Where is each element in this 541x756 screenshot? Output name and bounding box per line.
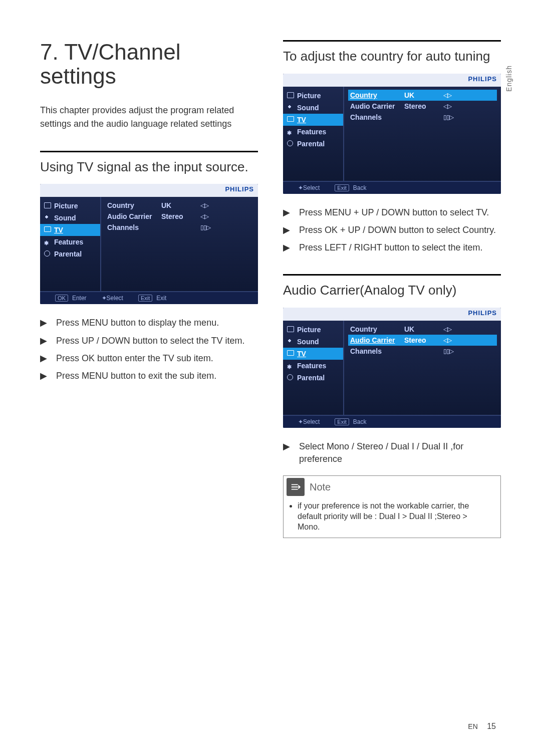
osd-side-item-features: Features bbox=[283, 126, 343, 138]
osd-footer-label: Select bbox=[303, 184, 320, 191]
osd-row-value: Stereo bbox=[404, 102, 439, 110]
steps-list-1: ▶Press MENU button to display the menu.▶… bbox=[40, 317, 258, 382]
osd-key-exit: Exit bbox=[138, 295, 152, 302]
ico-snd-icon bbox=[44, 214, 51, 221]
step-item: ▶Press MENU button to display the menu. bbox=[40, 317, 258, 329]
ico-par-icon bbox=[44, 250, 51, 258]
section2-title: To adjust the country for auto tuning bbox=[283, 49, 501, 64]
note-icon bbox=[287, 478, 305, 496]
osd-side-item-tv: TV bbox=[283, 114, 343, 126]
step-text: Press OK button enter the TV sub item. bbox=[56, 352, 213, 365]
osd-sidebar: PictureSoundTVFeaturesParental bbox=[283, 321, 343, 415]
ico-snd-icon bbox=[287, 338, 294, 345]
osd-side-label: Features bbox=[297, 128, 326, 136]
section3-title: Audio Carrier(Analog TV only) bbox=[283, 283, 501, 298]
osd-row-value: UK bbox=[404, 325, 439, 333]
osd-side-label: Picture bbox=[54, 202, 78, 210]
rule bbox=[283, 274, 501, 276]
osd-row-audio carrier: Audio CarrierStereo◁▷ bbox=[348, 101, 497, 112]
osd-body: PictureSoundTVFeaturesParentalCountryUK◁… bbox=[283, 87, 501, 181]
step-text: Press MENU button to exit the sub item. bbox=[56, 370, 216, 382]
step-item: ▶Press MENU + UP / DOWN button to select… bbox=[283, 206, 501, 219]
osd-side-label: TV bbox=[297, 350, 306, 358]
osd-key-exit: Exit bbox=[335, 184, 349, 191]
note-items: if your preference is not the workable c… bbox=[284, 498, 500, 537]
osd-row-audio carrier: Audio CarrierStereo◁▷ bbox=[348, 335, 497, 346]
step-text: Press OK + UP / DOWN button to select Co… bbox=[299, 224, 496, 236]
rule bbox=[283, 40, 501, 42]
osd-footer-label: Enter bbox=[72, 295, 87, 302]
osd-footer-group: ✦Select bbox=[102, 295, 123, 302]
play-arrow-icon: ▶ bbox=[40, 335, 47, 347]
nav-arrows-icon: ◁▷ bbox=[200, 202, 208, 209]
osd-side-item-sound: Sound bbox=[283, 336, 343, 348]
osd-row-label: Country bbox=[350, 91, 400, 99]
osd-main: CountryUK◁▷Audio CarrierStereo◁▷Channels… bbox=[343, 87, 501, 181]
ico-feat-icon bbox=[287, 128, 294, 135]
ico-feat-icon bbox=[287, 362, 294, 369]
osd-side-item-picture: Picture bbox=[283, 90, 343, 102]
page: 7. TV/Channel settings This chapter prov… bbox=[0, 0, 541, 558]
osd-row-country: CountryUK◁▷ bbox=[348, 90, 497, 101]
nav-arrows-icon: ◁▷ bbox=[200, 213, 208, 220]
nav-arrows-icon: ▯▯▷ bbox=[443, 114, 453, 121]
osd-footer-label: Exit bbox=[156, 295, 166, 302]
osd-footer-group: ExitBack bbox=[335, 418, 366, 425]
osd-sidebar: PictureSoundTVFeaturesParental bbox=[40, 197, 100, 291]
rule bbox=[40, 151, 258, 152]
osd-side-item-features: Features bbox=[40, 236, 100, 248]
osd-footer-group: ✦Select bbox=[298, 184, 320, 191]
osd-side-label: Parental bbox=[54, 250, 82, 258]
right-column: To adjust the country for auto tuning PH… bbox=[283, 40, 501, 538]
osd-row-channels: Channels▯▯▷ bbox=[348, 112, 497, 123]
step-text: Press MENU button to display the menu. bbox=[56, 317, 219, 329]
osd-row-label: Country bbox=[107, 201, 157, 209]
note-box: Note if your preference is not the worka… bbox=[283, 475, 501, 538]
osd-side-item-parental: Parental bbox=[283, 372, 343, 384]
nav-arrows-icon: ◁▷ bbox=[443, 326, 451, 333]
nav-arrows-icon: ▯▯▷ bbox=[443, 348, 453, 355]
osd-topbar: PHILIPS bbox=[40, 184, 258, 197]
play-arrow-icon: ▶ bbox=[283, 440, 290, 465]
osd-row-channels: Channels▯▯▷ bbox=[105, 222, 254, 233]
ico-tv-icon bbox=[44, 226, 51, 233]
ico-par-icon bbox=[287, 374, 294, 381]
osd-side-item-tv: TV bbox=[283, 348, 343, 360]
osd-footer-group: OKEnter bbox=[55, 295, 87, 302]
osd-footer-label: Back bbox=[353, 418, 367, 425]
osd-footer-label: Select bbox=[303, 418, 320, 425]
osd-footer-group: ExitExit bbox=[138, 295, 166, 302]
osd-side-item-picture: Picture bbox=[40, 200, 100, 212]
osd-body: PictureSoundTVFeaturesParentalCountryUK◁… bbox=[283, 321, 501, 415]
nav-arrows-icon: ◁▷ bbox=[443, 92, 451, 99]
play-arrow-icon: ▶ bbox=[283, 224, 290, 236]
play-arrow-icon: ▶ bbox=[283, 241, 290, 254]
footer-pagenum: 15 bbox=[487, 722, 496, 730]
osd-row-label: Audio Carrier bbox=[107, 212, 157, 220]
osd-row-label: Channels bbox=[107, 223, 157, 231]
step-text: Press LEFT / RIGHT button to select the … bbox=[299, 241, 482, 254]
osd-row-country: CountryUK◁▷ bbox=[348, 324, 497, 335]
osd-screenshot-3: PHILIPSPictureSoundTVFeaturesParentalCou… bbox=[283, 308, 501, 428]
osd-row-label: Channels bbox=[350, 113, 400, 121]
step-item: ▶Press MENU button to exit the sub item. bbox=[40, 370, 258, 382]
nav-arrows-icon: ▯▯▷ bbox=[200, 224, 210, 231]
osd-side-label: Features bbox=[297, 362, 326, 370]
nav-4way-icon: ✦ bbox=[298, 184, 301, 191]
osd-side-label: Picture bbox=[297, 92, 321, 100]
step-item: ▶Press LEFT / RIGHT button to select the… bbox=[283, 241, 501, 254]
osd-footer-group: ✦Select bbox=[298, 418, 320, 425]
step-item: ▶Press UP / DOWN button to select the TV… bbox=[40, 335, 258, 347]
page-footer: EN 15 bbox=[468, 722, 496, 731]
nav-arrows-icon: ◁▷ bbox=[443, 337, 451, 344]
osd-row-label: Audio Carrier bbox=[350, 336, 400, 344]
note-item: if your preference is not the workable c… bbox=[298, 501, 490, 532]
ico-feat-icon bbox=[44, 238, 51, 245]
step-item: ▶Press OK button enter the TV sub item. bbox=[40, 352, 258, 365]
intro-text: This chapter provides adjust the program… bbox=[40, 104, 258, 131]
osd-footer-label: Back bbox=[353, 184, 367, 191]
osd-row-country: CountryUK◁▷ bbox=[105, 200, 254, 211]
osd-footer: ✦SelectExitBack bbox=[283, 181, 501, 194]
step-item: ▶Select Mono / Stereo / Dual I / Dual II… bbox=[283, 440, 501, 465]
osd-footer: ✦SelectExitBack bbox=[283, 415, 501, 428]
